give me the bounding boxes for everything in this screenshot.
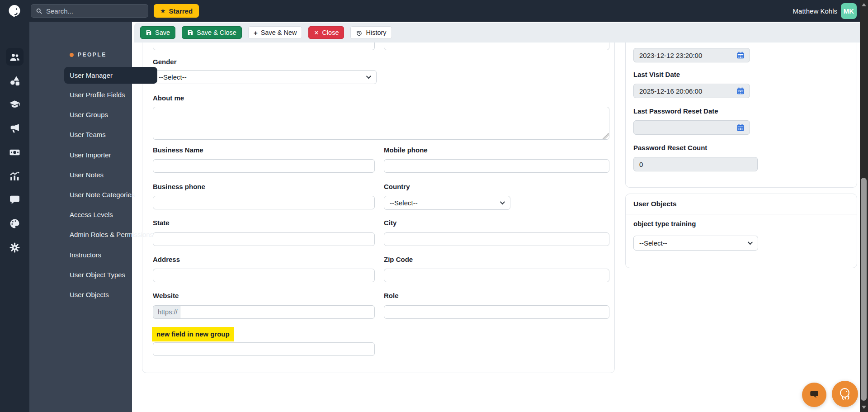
last-password-reset-date-input[interactable]	[633, 120, 750, 135]
save-icon	[146, 29, 152, 36]
chart-icon[interactable]	[9, 170, 20, 182]
save-and-new-label: Save & New	[261, 29, 297, 36]
history-button[interactable]: History	[350, 26, 392, 39]
website-prefix: https://	[153, 305, 182, 319]
search-input[interactable]	[46, 7, 137, 15]
gear-icon[interactable]	[9, 242, 20, 253]
sidebar-item-user-notes[interactable]: User Notes	[64, 166, 157, 183]
sidebar-item-user-note-categories[interactable]: User Note Categories	[64, 186, 157, 203]
sidebar-item-access-levels[interactable]: Access Levels	[64, 206, 157, 223]
user-form-card: Gender --Select-- About me Business Name…	[142, 32, 615, 373]
edit-toolbar: Save Save & Close + Save & New ✕ Close H…	[134, 23, 860, 43]
mobile-phone-label: Mobile phone	[384, 146, 428, 154]
website-input[interactable]	[180, 305, 375, 319]
gender-select[interactable]: --Select--	[153, 70, 377, 84]
password-reset-count-label: Password Reset Count	[633, 144, 707, 152]
country-select-value: --Select--	[390, 199, 418, 207]
calendar-icon[interactable]	[736, 87, 745, 95]
save-label: Save	[155, 29, 170, 36]
chevron-down-icon	[366, 74, 371, 79]
card-divider	[626, 214, 857, 214]
brand-mammoth-logo-icon[interactable]	[7, 4, 22, 18]
section-label: PEOPLE	[78, 52, 107, 58]
chevron-down-icon	[748, 240, 753, 245]
chat-icon[interactable]	[9, 194, 20, 205]
mammoth-icon	[836, 385, 854, 403]
zip-code-label: Zip Code	[384, 256, 413, 263]
last-visit-date-input[interactable]	[633, 84, 750, 98]
close-button[interactable]: ✕ Close	[308, 26, 344, 39]
save-icon	[187, 29, 193, 36]
city-label: City	[384, 219, 396, 227]
save-and-close-label: Save & Close	[197, 29, 236, 36]
sidebar-item-user-objects[interactable]: User Objects	[64, 286, 157, 303]
business-name-label: Business Name	[153, 146, 203, 154]
object-type-training-label: object type training	[633, 220, 696, 227]
plus-icon: +	[254, 29, 258, 36]
role-input[interactable]	[384, 305, 609, 319]
save-and-close-button[interactable]: Save & Close	[182, 26, 242, 39]
sidebar-item-admin-roles-permissions[interactable]: Admin Roles & Permissions	[64, 226, 157, 243]
country-select[interactable]: --Select--	[384, 196, 510, 210]
calendar-icon[interactable]	[736, 51, 745, 59]
last-visit-date-label: Last Visit Date	[633, 71, 680, 78]
role-label: Role	[384, 292, 399, 299]
sidebar-item-user-profile-fields[interactable]: User Profile Fields	[64, 86, 157, 103]
menu-section-people: PEOPLE	[70, 52, 107, 58]
object-type-training-select[interactable]: --Select--	[633, 236, 758, 251]
money-icon[interactable]	[9, 147, 20, 158]
scrollbar-thumb[interactable]	[861, 178, 867, 401]
business-phone-label: Business phone	[153, 183, 205, 190]
starred-button[interactable]: ★ Starred	[154, 4, 199, 18]
password-reset-count-input[interactable]	[633, 157, 758, 171]
sidebar-item-instructors[interactable]: Instructors	[64, 246, 157, 263]
activity-card: Last Visit Date Last Password Reset Date…	[625, 32, 857, 188]
gender-label: Gender	[153, 58, 177, 66]
new-field-input[interactable]	[153, 342, 375, 356]
chat-launcher-button[interactable]	[802, 383, 826, 407]
user-name[interactable]: Matthew Kohls	[793, 0, 837, 22]
shapes-icon[interactable]	[9, 75, 20, 86]
scroll-down-arrow-icon[interactable]	[862, 406, 866, 409]
window-scrollbar[interactable]	[860, 0, 868, 412]
about-me-textarea[interactable]	[153, 107, 609, 140]
sidebar-item-user-groups[interactable]: User Groups	[64, 106, 157, 123]
zip-code-input[interactable]	[384, 269, 609, 282]
search-icon	[36, 8, 42, 14]
palette-icon[interactable]	[9, 218, 20, 229]
mobile-phone-input[interactable]	[384, 159, 609, 173]
brand-mammoth-launcher-button[interactable]	[832, 381, 858, 407]
app-root: ★ Starred Matthew Kohls MK	[0, 0, 868, 412]
object-type-select-value: --Select--	[639, 239, 667, 247]
history-icon	[356, 29, 363, 36]
business-name-input[interactable]	[153, 159, 375, 173]
sidebar-item-user-manager[interactable]: User Manager	[64, 67, 157, 84]
avatar[interactable]: MK	[841, 3, 857, 19]
chevron-down-icon	[500, 199, 505, 204]
user-objects-card: User Objects object type training --Sele…	[625, 194, 857, 268]
sidebar-item-user-importer[interactable]: User Importer	[64, 147, 157, 163]
gender-select-value: --Select--	[159, 73, 187, 81]
sidebar-item-user-object-types[interactable]: User Object Types	[64, 266, 157, 283]
city-input[interactable]	[384, 232, 609, 246]
save-and-new-button[interactable]: + Save & New	[248, 26, 302, 39]
history-label: History	[366, 29, 386, 36]
address-input[interactable]	[153, 269, 375, 282]
business-phone-input[interactable]	[153, 196, 375, 209]
topbar: ★ Starred Matthew Kohls MK	[0, 0, 868, 22]
close-label: Close	[322, 29, 339, 36]
graduation-cap-icon[interactable]	[9, 99, 20, 110]
megaphone-icon[interactable]	[9, 123, 20, 134]
calendar-icon[interactable]	[736, 123, 745, 132]
top-date-input[interactable]	[633, 48, 750, 62]
state-input[interactable]	[153, 232, 375, 246]
starred-label: Starred	[169, 7, 193, 15]
section-dot-icon	[70, 53, 74, 57]
users-icon[interactable]	[9, 52, 20, 63]
scroll-up-arrow-icon[interactable]	[862, 3, 866, 6]
last-password-reset-date-label: Last Password Reset Date	[633, 107, 718, 115]
user-objects-title: User Objects	[633, 200, 677, 208]
chat-bubble-icon	[808, 388, 821, 401]
save-button[interactable]: Save	[140, 26, 175, 39]
sidebar-item-user-teams[interactable]: User Teams	[64, 126, 157, 143]
